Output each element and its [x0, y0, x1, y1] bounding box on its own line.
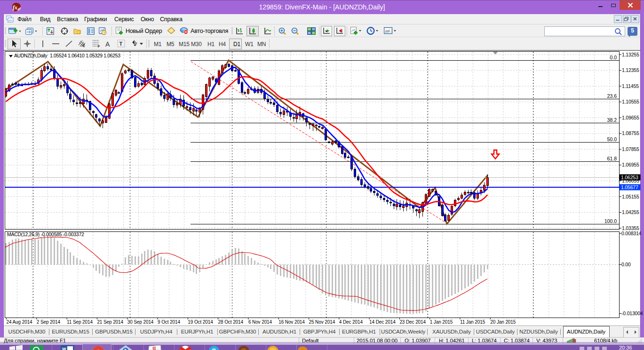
- svg-text:100.0: 100.0: [604, 218, 617, 224]
- svg-text:25 Nov 2014: 25 Nov 2014: [309, 319, 335, 325]
- svg-text:23.6: 23.6: [607, 93, 617, 99]
- svg-text:61.8: 61.8: [607, 156, 617, 161]
- svg-text:9 Oct 2014: 9 Oct 2014: [158, 319, 180, 325]
- svg-text:1.05524 1.06410 1.05329 1.0625: 1.05524 1.06410 1.05329 1.06253: [50, 53, 120, 58]
- svg-text:20 Jan 2015: 20 Jan 2015: [490, 319, 516, 325]
- svg-text:11 Sep 2014: 11 Sep 2014: [67, 319, 93, 325]
- svg-text:19 Oct 2014: 19 Oct 2014: [188, 319, 213, 325]
- svg-text:1.07855: 1.07855: [622, 146, 639, 152]
- svg-text:0.008314: 0.008314: [621, 231, 642, 236]
- svg-text:21 Sep 2014: 21 Sep 2014: [97, 319, 123, 325]
- svg-text:38.2: 38.2: [607, 117, 617, 123]
- svg-text:16 Nov 2014: 16 Nov 2014: [278, 319, 305, 325]
- svg-text:AUDNZDh,Daily: AUDNZDh,Daily: [14, 53, 48, 58]
- svg-text:1.05677: 1.05677: [621, 184, 638, 190]
- svg-text:2 Sep 2014: 2 Sep 2014: [37, 319, 61, 325]
- svg-text:11 Jan 2015: 11 Jan 2015: [460, 319, 485, 325]
- svg-text:-0.013004: -0.013004: [621, 310, 643, 316]
- svg-text:1.05155: 1.05155: [622, 194, 639, 199]
- svg-text:1.11455: 1.11455: [622, 83, 639, 89]
- svg-text:50.0: 50.0: [607, 136, 617, 142]
- svg-text:S: S: [212, 347, 216, 350]
- svg-text:1.09655: 1.09655: [622, 115, 639, 120]
- svg-text:1.12355: 1.12355: [622, 67, 639, 73]
- svg-text:14 Dec 2014: 14 Dec 2014: [369, 319, 396, 325]
- svg-text:1.06253: 1.06253: [621, 175, 638, 180]
- svg-text:28 Oct 2014: 28 Oct 2014: [218, 319, 244, 325]
- svg-text:1.04255: 1.04255: [622, 209, 639, 215]
- svg-text:1.08755: 1.08755: [622, 130, 639, 136]
- svg-text:MACD(12,26,9) -0.000585 -0.003: MACD(12,26,9) -0.000585 -0.003372: [7, 231, 84, 237]
- svg-text:24 Aug 2014: 24 Aug 2014: [7, 319, 33, 325]
- svg-text:30 Sep 2014: 30 Sep 2014: [127, 319, 154, 325]
- svg-text:1 Jan 2015: 1 Jan 2015: [430, 319, 453, 325]
- svg-text:4 Dec 2014: 4 Dec 2014: [339, 319, 363, 325]
- svg-text:6 Nov 2014: 6 Nov 2014: [248, 319, 272, 325]
- svg-text:1.06955: 1.06955: [622, 162, 639, 167]
- svg-text:23 Dec 2014: 23 Dec 2014: [399, 319, 426, 325]
- svg-text:0.0: 0.0: [610, 55, 617, 60]
- svg-text:Я: Я: [152, 346, 156, 350]
- svg-text:1.10555: 1.10555: [622, 99, 639, 104]
- svg-text:0.00: 0.00: [621, 262, 631, 267]
- svg-text:1.13255: 1.13255: [622, 52, 639, 57]
